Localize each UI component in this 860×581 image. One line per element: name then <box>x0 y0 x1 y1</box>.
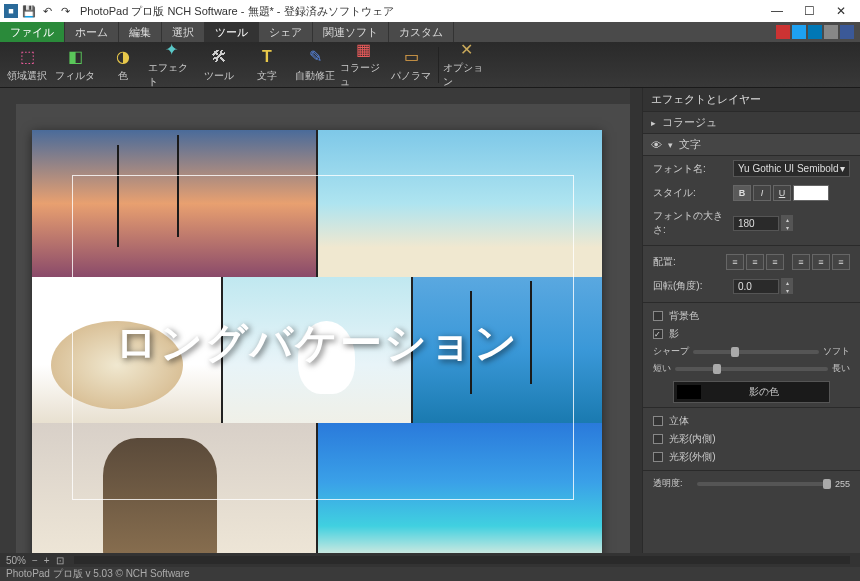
shadow-label: 影 <box>669 327 679 341</box>
opacity-slider[interactable] <box>697 482 831 486</box>
spin-up[interactable]: ▴ <box>781 278 793 286</box>
panorama-icon: ▭ <box>401 47 421 67</box>
group-label: 文字 <box>679 137 701 152</box>
tool-label: 色 <box>118 69 128 83</box>
glow-inner-checkbox[interactable] <box>653 434 663 444</box>
glow-outer-checkbox[interactable] <box>653 452 663 462</box>
effect-icon: ✦ <box>161 40 181 59</box>
filter-icon: ◧ <box>65 47 85 67</box>
italic-button[interactable]: I <box>753 185 771 201</box>
shadow-checkbox-row[interactable]: 影 <box>643 325 860 343</box>
emboss-checkbox[interactable] <box>653 416 663 426</box>
spin-down[interactable]: ▾ <box>781 286 793 294</box>
underline-button[interactable]: U <box>773 185 791 201</box>
tool-options[interactable]: ✕オプション <box>443 44 489 86</box>
save-icon[interactable]: 💾 <box>22 4 36 18</box>
like-icon[interactable] <box>776 25 790 39</box>
zoom-fit-button[interactable]: ⊡ <box>56 555 64 566</box>
shadow-softness-slider[interactable] <box>693 350 819 354</box>
undo-icon[interactable]: ↶ <box>40 4 54 18</box>
window-title: PhotoPad プロ版 NCH Software - 無題* - 登録済みソフ… <box>80 4 762 19</box>
minimize-button[interactable]: — <box>762 1 792 21</box>
shadow-color-button[interactable]: 影の色 <box>673 381 830 403</box>
linkedin-icon[interactable] <box>824 25 838 39</box>
slider-min-label: シャープ <box>653 345 689 358</box>
glow-outer-checkbox-row[interactable]: 光彩(外側) <box>643 448 860 466</box>
tool-tools[interactable]: 🛠ツール <box>196 44 242 86</box>
tab-share[interactable]: シェア <box>259 22 313 42</box>
align-center-button[interactable]: ≡ <box>746 254 764 270</box>
facebook-icon[interactable] <box>792 25 806 39</box>
align-right-button[interactable]: ≡ <box>766 254 784 270</box>
bold-button[interactable]: B <box>733 185 751 201</box>
app-info: PhotoPad プロ版 v 5.03 © NCH Software <box>6 567 190 581</box>
group-label: コラージュ <box>662 115 717 130</box>
tool-effect[interactable]: ✦エフェクト <box>148 44 194 86</box>
bgcolor-checkbox-row[interactable]: 背景色 <box>643 307 860 325</box>
dropdown-value: Yu Gothic UI Semibold <box>738 163 839 174</box>
tool-label: パノラマ <box>391 69 431 83</box>
tool-panorama[interactable]: ▭パノラマ <box>388 44 434 86</box>
tool-label: エフェクト <box>148 61 194 89</box>
shadow-color-label: 影の色 <box>701 385 826 399</box>
text-color-swatch[interactable] <box>793 185 829 201</box>
redo-icon[interactable]: ↷ <box>58 4 72 18</box>
info-bar: PhotoPad プロ版 v 5.03 © NCH Software <box>0 567 860 581</box>
spin-up[interactable]: ▴ <box>781 215 793 223</box>
tool-region-select[interactable]: ⬚領域選択 <box>4 44 50 86</box>
rotate-input[interactable]: 0.0 <box>733 279 779 294</box>
tab-custom[interactable]: カスタム <box>389 22 454 42</box>
ruler-vertical <box>0 88 16 553</box>
autofix-icon: ✎ <box>305 47 325 67</box>
tool-color[interactable]: ◑色 <box>100 44 146 86</box>
font-size-input[interactable]: 180 <box>733 216 779 231</box>
group-text[interactable]: 👁 ▾ 文字 <box>643 134 860 156</box>
group-collage[interactable]: ▸ コラージュ <box>643 112 860 134</box>
tool-filter[interactable]: ◧フィルタ <box>52 44 98 86</box>
share-icon[interactable] <box>840 25 854 39</box>
spin-down[interactable]: ▾ <box>781 223 793 231</box>
color-icon: ◑ <box>113 47 133 67</box>
canvas-area[interactable]: ロングバケーション <box>0 88 630 553</box>
tool-collage[interactable]: ▦コラージュ <box>340 44 386 86</box>
zoom-level: 50% <box>6 555 26 566</box>
tool-label: 自動修正 <box>295 69 335 83</box>
tool-label: 領域選択 <box>7 69 47 83</box>
close-button[interactable]: ✕ <box>826 1 856 21</box>
selection-box[interactable] <box>72 175 574 500</box>
eye-icon[interactable]: 👁 <box>651 139 662 151</box>
shadow-checkbox[interactable] <box>653 329 663 339</box>
tool-label: フィルタ <box>55 69 95 83</box>
tab-edit[interactable]: 編集 <box>119 22 162 42</box>
tool-label: ツール <box>204 69 234 83</box>
shadow-color-swatch <box>677 385 701 399</box>
tab-file[interactable]: ファイル <box>0 22 65 42</box>
bgcolor-checkbox[interactable] <box>653 311 663 321</box>
canvas-scrollbar-vertical[interactable] <box>630 88 642 553</box>
emboss-checkbox-row[interactable]: 立体 <box>643 412 860 430</box>
glow-inner-label: 光彩(内側) <box>669 432 716 446</box>
glow-inner-checkbox-row[interactable]: 光彩(内側) <box>643 430 860 448</box>
valign-top-button[interactable]: ≡ <box>792 254 810 270</box>
slider-max-label: ソフト <box>823 345 850 358</box>
tool-autofix[interactable]: ✎自動修正 <box>292 44 338 86</box>
zoom-in-button[interactable]: + <box>44 555 50 566</box>
canvas[interactable]: ロングバケーション <box>32 130 602 553</box>
tools-icon: 🛠 <box>209 47 229 67</box>
options-icon: ✕ <box>456 40 476 59</box>
maximize-button[interactable]: ☐ <box>794 1 824 21</box>
glow-outer-label: 光彩(外側) <box>669 450 716 464</box>
font-name-dropdown[interactable]: Yu Gothic UI Semibold ▾ <box>733 160 850 177</box>
tab-home[interactable]: ホーム <box>65 22 119 42</box>
tab-select[interactable]: 選択 <box>162 22 205 42</box>
tab-tools[interactable]: ツール <box>205 22 259 42</box>
zoom-out-button[interactable]: − <box>32 555 38 566</box>
tool-text[interactable]: T文字 <box>244 44 290 86</box>
twitter-icon[interactable] <box>808 25 822 39</box>
horizontal-scrollbar[interactable] <box>74 556 850 564</box>
valign-bottom-button[interactable]: ≡ <box>832 254 850 270</box>
tab-related[interactable]: 関連ソフト <box>313 22 389 42</box>
shadow-length-slider[interactable] <box>675 367 828 371</box>
valign-middle-button[interactable]: ≡ <box>812 254 830 270</box>
align-left-button[interactable]: ≡ <box>726 254 744 270</box>
